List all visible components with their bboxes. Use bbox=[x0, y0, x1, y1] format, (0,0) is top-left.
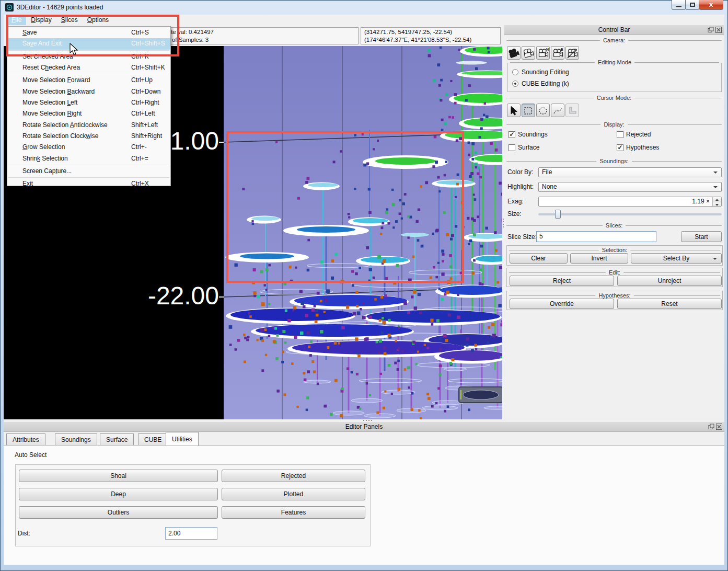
checkbox-label-hypotheses: Hypotheses bbox=[626, 144, 659, 151]
camera-section-label: Camera: bbox=[506, 37, 722, 44]
checkbox-label-soundings: Soundings bbox=[518, 131, 548, 138]
radio-dot bbox=[514, 83, 516, 85]
editor-panels-header[interactable]: Editor Panels bbox=[4, 422, 724, 432]
start-button[interactable]: Start bbox=[681, 231, 722, 242]
outliers-button[interactable]: Outliers bbox=[19, 506, 218, 519]
pointer-button[interactable] bbox=[507, 104, 521, 117]
menu-item-shrink-selection[interactable]: Shrink SelectionCtrl+= bbox=[7, 153, 170, 164]
select-by-button[interactable]: Select By bbox=[631, 253, 722, 264]
minimize-button[interactable] bbox=[672, 0, 686, 10]
checkbox-hypotheses[interactable]: ✓ bbox=[617, 144, 623, 151]
camera-east-button[interactable]: E bbox=[551, 46, 564, 60]
shoal-button[interactable]: Shoal bbox=[19, 470, 218, 482]
override-button[interactable]: Override bbox=[510, 299, 614, 309]
deep-button[interactable]: Deep bbox=[19, 488, 218, 500]
radio-sounding-editing[interactable] bbox=[512, 69, 518, 75]
checkbox-label-surface: Surface bbox=[518, 144, 539, 151]
invert-button[interactable]: Invert bbox=[570, 253, 628, 264]
camera-outline-button[interactable] bbox=[522, 46, 535, 60]
info-coords-projected: (314271.75, 5419747.25, -22.54) bbox=[364, 29, 452, 35]
close-icon: x bbox=[699, 1, 723, 8]
rect-select-button[interactable] bbox=[522, 104, 535, 117]
menu-item-move-selection-backward[interactable]: Move Selection BackwardCtrl+Down bbox=[7, 86, 170, 97]
menu-item-move-selection-forward[interactable]: Move Selection ForwardCtrl+Up bbox=[7, 75, 170, 86]
mouse-cursor bbox=[70, 43, 79, 59]
camera-solid-button[interactable] bbox=[507, 46, 521, 60]
control-bar-header[interactable]: Control Bar bbox=[504, 25, 724, 35]
reset-button[interactable]: Reset bbox=[617, 299, 722, 309]
checkbox-soundings[interactable]: ✓ bbox=[509, 131, 515, 138]
info-coords-geographic: (174°46'47.37"E, 41°21'08.53"S, -22.54) bbox=[364, 37, 471, 43]
info-estimate-value: Estimate val: 0.421497 bbox=[153, 28, 358, 36]
slice-size-label: Slice Size: bbox=[507, 233, 537, 241]
menu-item-screen-capture-[interactable]: Screen Capture... bbox=[7, 166, 170, 177]
axis-tick bbox=[219, 142, 224, 143]
minimize-icon bbox=[676, 6, 681, 7]
menu-item-rotate-selection-clockwise[interactable]: Rotate Selection ClockwiseShift+Right bbox=[7, 131, 170, 142]
clear-button[interactable]: Clear bbox=[510, 253, 568, 264]
chevron-down-icon bbox=[713, 186, 718, 188]
curve-select-button[interactable] bbox=[551, 104, 564, 117]
tab-soundings[interactable]: Soundings bbox=[55, 433, 97, 445]
highlight-label: Highlight: bbox=[507, 183, 534, 190]
editor-panels: Editor Panels AttributesSoundingsSurface… bbox=[4, 422, 724, 565]
menu-item-grow-selection[interactable]: Grow SelectionCtrl+- bbox=[7, 142, 170, 153]
spin-down-icon[interactable] bbox=[713, 202, 721, 207]
editing-mode-group: Editing ModeSounding EditingCUBE Editing… bbox=[507, 63, 722, 92]
group-label: Selection: bbox=[509, 247, 720, 253]
highlight-dropdown[interactable]: None bbox=[538, 182, 722, 192]
plotted-button[interactable]: Plotted bbox=[222, 488, 365, 500]
unreject-button[interactable]: Unreject bbox=[617, 276, 722, 286]
window-title: 3DEditor - 14629 points loaded bbox=[17, 4, 103, 11]
maximize-button[interactable] bbox=[685, 0, 699, 10]
reject-button[interactable]: Reject bbox=[510, 276, 614, 286]
close-panel-icon[interactable] bbox=[716, 424, 722, 430]
color-by-dropdown[interactable]: File bbox=[538, 167, 722, 177]
close-panel-icon[interactable] bbox=[715, 27, 722, 33]
size-slider-track[interactable] bbox=[538, 213, 722, 215]
cursor-mode-section-label: Cursor Mode: bbox=[506, 94, 722, 101]
spin-up-icon[interactable] bbox=[713, 197, 721, 202]
spin-buttons[interactable] bbox=[712, 197, 721, 206]
float-panel-icon[interactable] bbox=[708, 424, 714, 430]
depth-label: -22.00 bbox=[148, 283, 219, 309]
tab-cube[interactable]: CUBE bbox=[138, 433, 168, 445]
slice-size-input[interactable]: 5 bbox=[536, 231, 656, 242]
tab-surface[interactable]: Surface bbox=[100, 433, 134, 445]
lasso-select-button[interactable] bbox=[536, 104, 550, 117]
camera-north-button[interactable]: N bbox=[536, 46, 550, 60]
menu-item-rotate-selection-anticlockwise[interactable]: Rotate Selection AnticlockwiseShift+Left bbox=[7, 120, 170, 131]
exag-spinbox[interactable]: 1.19 × bbox=[538, 197, 722, 207]
menu-item-reset-checked-area[interactable]: Reset Checked AreaCtrl+Shift+K bbox=[7, 62, 170, 73]
titlebar[interactable]: 3DEditor - 14629 points loaded x bbox=[0, 0, 728, 15]
display-section-label: Display: bbox=[506, 121, 722, 128]
splitter-grip bbox=[503, 219, 504, 228]
menu-item-move-selection-left[interactable]: Move Selection LeftCtrl+Right bbox=[7, 97, 170, 108]
tab-utilities[interactable]: Utilities bbox=[166, 432, 199, 446]
dist-label: Dist: bbox=[18, 530, 30, 537]
maximize-icon bbox=[690, 3, 695, 7]
features-button[interactable]: Features bbox=[222, 506, 365, 519]
slices-section-label: Slices: bbox=[506, 222, 722, 229]
checkbox-surface[interactable] bbox=[509, 144, 515, 151]
radio-label: CUBE Editing (k) bbox=[522, 80, 569, 87]
group-label: Hypotheses: bbox=[509, 292, 720, 299]
tab-attributes[interactable]: Attributes bbox=[6, 433, 45, 445]
dist-input[interactable]: 2.00 bbox=[165, 527, 217, 540]
checkbox-rejected[interactable] bbox=[617, 131, 623, 138]
rejected-button[interactable]: Rejected bbox=[222, 470, 365, 482]
corner-select-button[interactable] bbox=[565, 104, 579, 117]
close-button[interactable]: x bbox=[699, 0, 723, 10]
menu-item-exit[interactable]: ExitCtrl+X bbox=[7, 178, 170, 189]
radio-cube-editing-k-[interactable] bbox=[512, 81, 518, 87]
annotation-rect-selection bbox=[226, 131, 464, 283]
float-panel-icon[interactable] bbox=[708, 27, 714, 33]
size-slider-handle[interactable] bbox=[555, 210, 561, 219]
menu-item-move-selection-right[interactable]: Move Selection RightCtrl+Left bbox=[7, 108, 170, 119]
checkbox-label-rejected: Rejected bbox=[626, 131, 651, 138]
splitter-grip bbox=[363, 420, 373, 421]
app-icon bbox=[5, 3, 14, 12]
chevron-down-icon bbox=[713, 258, 717, 260]
camera-reset-button[interactable] bbox=[565, 46, 579, 60]
control-bar-title: Control Bar bbox=[598, 26, 630, 33]
